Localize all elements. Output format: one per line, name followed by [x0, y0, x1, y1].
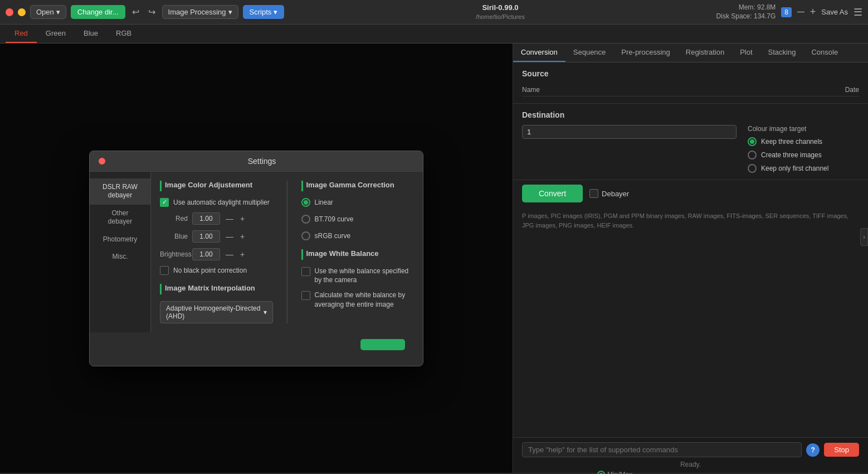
tab-registration[interactable]: Registration [678, 43, 732, 62]
minmax-row: Min/Max [597, 471, 643, 475]
redo-button[interactable]: ↪ [146, 7, 158, 17]
window-minimize-dot[interactable] [18, 8, 26, 16]
maximize-button[interactable]: + [810, 6, 816, 18]
dropdown-chevron-icon: ▾ [264, 308, 267, 316]
keep-three-label: Keep three channels [761, 138, 822, 146]
color-adj-title: Image Color Adjustement [160, 181, 273, 191]
right-panel: Conversion Sequence Pre-processing Regis… [513, 43, 868, 473]
bt709-radio-row: BT.709 curve [301, 215, 415, 224]
average-wb-checkbox[interactable] [301, 291, 310, 300]
minimize-button[interactable]: ─ [797, 6, 804, 18]
average-wb-label: Calculate the white balance by averaging… [315, 291, 415, 309]
conversion-panel: Source Name Date Destination Colour imag… [513, 62, 868, 437]
change-dir-button[interactable]: Change dir... [71, 5, 125, 19]
auto-daylight-row: ✓ Use automatic daylight multiplier [160, 198, 273, 207]
linear-label: Linear [315, 199, 333, 206]
tab-console[interactable]: Console [803, 43, 846, 62]
keep-first-radio[interactable] [748, 164, 757, 173]
tab-blue[interactable]: Blue [75, 25, 107, 43]
srgb-radio[interactable] [301, 231, 310, 240]
scripts-button[interactable]: Scripts ▾ [243, 5, 285, 19]
right-panel-collapse[interactable]: › [860, 228, 868, 246]
scripts-chevron-icon: ▾ [274, 8, 277, 16]
keep-three-radio[interactable] [748, 137, 757, 146]
modal-footer [90, 332, 423, 366]
tab-stacking[interactable]: Stacking [760, 43, 804, 62]
toolbar-right: Mem: 92.8M Disk Space: 134.7G 8 ─ + Save… [716, 3, 862, 21]
settings-modal: Settings DSLR RAWdebayer Otherdebayer Ph… [89, 151, 423, 366]
create-three-radio[interactable] [748, 151, 757, 159]
img-proc-chevron-icon: ▾ [228, 8, 232, 16]
bt709-radio[interactable] [301, 215, 310, 224]
sidebar-item-misc[interactable]: Misc. [90, 248, 150, 266]
source-header: Name Date [522, 84, 859, 96]
no-black-point-checkbox[interactable] [160, 266, 169, 275]
image-processing-button[interactable]: Image Processing ▾ [162, 5, 238, 19]
tab-plot[interactable]: Plot [732, 43, 760, 62]
create-three-label: Create three images [761, 151, 822, 159]
stretch-radio-group: Min/Max MIPS-LO/HI User [597, 471, 643, 475]
stop-button[interactable]: Stop [824, 443, 859, 457]
camera-wb-checkbox[interactable] [301, 267, 310, 276]
tab-green[interactable]: Green [37, 25, 75, 43]
brightness-increment[interactable]: + [239, 250, 246, 259]
minmax-label: Min/Max [607, 471, 632, 475]
minmax-radio[interactable] [597, 471, 605, 475]
source-section: Source Name Date [513, 62, 868, 104]
open-chevron-icon: ▾ [56, 8, 60, 16]
modal-content: Image Color Adjustement ✓ Use automatic … [151, 172, 423, 332]
sidebar-item-dslr-raw[interactable]: DSLR RAWdebayer [90, 178, 150, 205]
name-col-header: Name [522, 86, 540, 94]
modal-close-dot[interactable] [99, 158, 105, 165]
bt709-label: BT.709 curve [315, 215, 354, 223]
srgb-radio-row: sRGB curve [301, 231, 415, 240]
red-increment[interactable]: + [239, 214, 246, 223]
blue-increment[interactable]: + [239, 232, 246, 241]
blue-label: Blue [160, 233, 188, 240]
modal-apply-button[interactable] [360, 339, 405, 350]
ready-status: Ready. [522, 461, 859, 468]
tab-preprocessing[interactable]: Pre-processing [613, 43, 677, 62]
modal-sidebar: DSLR RAWdebayer Otherdebayer Photometry … [90, 172, 151, 332]
tab-red[interactable]: Red [6, 25, 37, 43]
color-adjustment-section: Image Color Adjustement ✓ Use automatic … [160, 181, 273, 323]
sidebar-item-other-debayer[interactable]: Otherdebayer [90, 205, 150, 231]
window-close-dot[interactable] [6, 8, 13, 16]
debayer-checkbox[interactable] [589, 189, 598, 198]
channel-tabs: Red Green Blue RGB [0, 25, 868, 43]
brightness-input[interactable]: 1.00 [192, 248, 220, 260]
console-area: ? Stop Ready. [513, 437, 868, 473]
undo-button[interactable]: ↩ [130, 7, 142, 17]
menu-button[interactable]: ☰ [854, 6, 862, 18]
keep-three-channels-item: Keep three channels [748, 137, 859, 146]
brightness-decrement[interactable]: — [225, 250, 235, 259]
source-title: Source [522, 69, 859, 78]
colour-target-label: Colour image target [748, 125, 859, 133]
tab-conversion[interactable]: Conversion [513, 43, 565, 62]
blue-value-row: Blue 1.00 — + [160, 230, 273, 243]
linear-radio[interactable] [301, 198, 310, 207]
gamma-wb-section: Image Gamma Correction Linear BT.709 cur… [301, 181, 415, 323]
modal-title: Settings [110, 157, 414, 166]
toolbar: Open ▾ Change dir... ↩ ↪ Image Processin… [0, 0, 868, 25]
sidebar-item-photometry[interactable]: Photometry [90, 231, 150, 249]
create-three-images-item: Create three images [748, 151, 859, 159]
console-input[interactable] [522, 442, 802, 457]
tab-rgb[interactable]: RGB [107, 25, 140, 43]
open-button[interactable]: Open ▾ [30, 5, 66, 19]
convert-button[interactable]: Convert [522, 185, 583, 202]
interpolation-dropdown[interactable]: Adaptive Homogeneity-Directed (AHD) ▾ [160, 301, 273, 323]
save-as-button[interactable]: Save As [821, 8, 848, 16]
red-decrement[interactable]: — [225, 214, 235, 223]
tab-sequence[interactable]: Sequence [565, 43, 614, 62]
dest-left [522, 125, 737, 139]
auto-daylight-checkbox[interactable]: ✓ [160, 198, 169, 207]
red-input[interactable]: 1.00 [192, 212, 220, 225]
blue-decrement[interactable]: — [225, 232, 235, 241]
blue-input[interactable]: 1.00 [192, 230, 220, 243]
help-button[interactable]: ? [806, 443, 820, 457]
settings-modal-overlay: Settings DSLR RAWdebayer Otherdebayer Ph… [0, 43, 513, 473]
keep-first-item: Keep only first channel [748, 164, 859, 173]
destination-input[interactable] [522, 125, 737, 139]
modal-header: Settings [90, 151, 423, 172]
